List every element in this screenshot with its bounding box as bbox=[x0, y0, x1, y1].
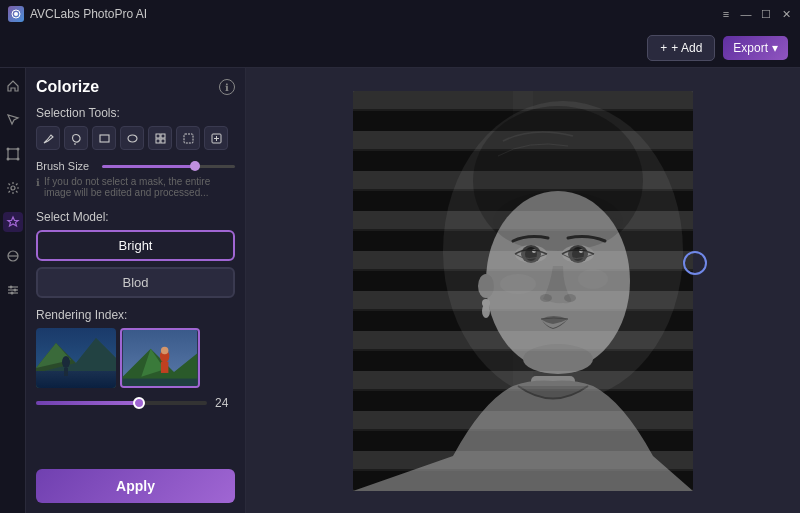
svg-point-1 bbox=[14, 12, 18, 16]
svg-point-32 bbox=[62, 356, 70, 368]
sidebar: Colorize ℹ Selection Tools: bbox=[26, 68, 246, 513]
hint-text: ℹ If you do not select a mask, the entir… bbox=[36, 176, 235, 198]
select-model-label: Select Model: bbox=[36, 210, 235, 224]
sidebar-item-mask[interactable] bbox=[3, 246, 23, 266]
add-button[interactable]: + + Add bbox=[647, 35, 715, 61]
image-container bbox=[353, 91, 693, 491]
sidebar-item-home[interactable] bbox=[3, 76, 23, 96]
tool-ellipse[interactable] bbox=[120, 126, 144, 150]
svg-rect-31 bbox=[36, 371, 116, 388]
svg-rect-38 bbox=[161, 362, 168, 373]
rendering-index-label: Rendering Index: bbox=[36, 308, 235, 322]
apply-button[interactable]: Apply bbox=[36, 469, 235, 503]
add-icon: + bbox=[660, 41, 667, 55]
canvas-area bbox=[246, 68, 800, 513]
svg-rect-68 bbox=[353, 91, 693, 109]
icon-bar bbox=[0, 68, 26, 513]
svg-rect-21 bbox=[156, 139, 160, 143]
main-image bbox=[353, 91, 693, 491]
svg-point-5 bbox=[6, 158, 9, 161]
tool-grid[interactable] bbox=[148, 126, 172, 150]
svg-point-13 bbox=[9, 286, 12, 289]
tool-pen[interactable] bbox=[36, 126, 60, 150]
info-icon[interactable]: ℹ bbox=[219, 79, 235, 95]
rendering-slider-row: 24 bbox=[36, 396, 235, 410]
svg-point-18 bbox=[128, 135, 137, 142]
model-bright-button[interactable]: Bright bbox=[36, 230, 235, 261]
rendering-section: Rendering Index: bbox=[36, 308, 235, 424]
export-button[interactable]: Export ▾ bbox=[723, 36, 788, 60]
svg-rect-76 bbox=[353, 411, 693, 429]
hint-content: If you do not select a mask, the entire … bbox=[44, 176, 235, 198]
info-icon-symbol: ℹ bbox=[225, 82, 229, 93]
titlebar-left: AVCLabs PhotoPro AI bbox=[8, 6, 147, 22]
tool-add[interactable] bbox=[204, 126, 228, 150]
svg-rect-71 bbox=[353, 211, 693, 229]
svg-rect-40 bbox=[123, 379, 198, 386]
rendering-value: 24 bbox=[215, 396, 235, 410]
svg-point-3 bbox=[6, 148, 9, 151]
rendering-fill bbox=[36, 401, 139, 405]
tool-lasso[interactable] bbox=[64, 126, 88, 150]
tool-rect[interactable] bbox=[92, 126, 116, 150]
svg-point-39 bbox=[161, 347, 168, 354]
svg-rect-17 bbox=[100, 135, 109, 142]
svg-point-7 bbox=[11, 186, 15, 190]
preview-thumb-1[interactable] bbox=[36, 328, 116, 388]
svg-rect-2 bbox=[8, 149, 18, 159]
brush-thumb bbox=[190, 161, 200, 171]
maximize-btn[interactable]: ☐ bbox=[760, 8, 772, 20]
titlebar: AVCLabs PhotoPro AI ≡ — ☐ ✕ bbox=[0, 0, 800, 28]
svg-rect-19 bbox=[156, 134, 160, 138]
svg-point-14 bbox=[13, 289, 16, 292]
rendering-thumb bbox=[133, 397, 145, 409]
main-layout: Colorize ℹ Selection Tools: bbox=[0, 68, 800, 513]
svg-rect-69 bbox=[353, 131, 693, 149]
svg-rect-73 bbox=[353, 291, 693, 309]
sidebar-item-adjustments[interactable] bbox=[3, 280, 23, 300]
app-icon bbox=[8, 6, 24, 22]
selection-tools-label: Selection Tools: bbox=[36, 106, 235, 120]
brush-size-row: Brush Size bbox=[36, 160, 235, 172]
svg-rect-74 bbox=[353, 331, 693, 349]
svg-rect-33 bbox=[64, 368, 68, 376]
svg-rect-23 bbox=[184, 134, 193, 143]
app-title: AVCLabs PhotoPro AI bbox=[30, 7, 147, 21]
rendering-track[interactable] bbox=[36, 401, 207, 405]
sidebar-item-effects[interactable] bbox=[3, 212, 23, 232]
svg-point-4 bbox=[16, 148, 19, 151]
sidebar-title: Colorize bbox=[36, 78, 99, 96]
svg-point-15 bbox=[10, 292, 13, 295]
topbar: + + Add Export ▾ bbox=[0, 28, 800, 68]
circle-indicator bbox=[683, 251, 707, 275]
svg-point-6 bbox=[16, 158, 19, 161]
minimize-btn[interactable]: — bbox=[740, 8, 752, 20]
model-bold-button[interactable]: Blod bbox=[36, 267, 235, 298]
sidebar-item-transform[interactable] bbox=[3, 144, 23, 164]
export-chevron-icon: ▾ bbox=[772, 41, 778, 55]
sidebar-header: Colorize ℹ bbox=[36, 78, 235, 96]
sidebar-item-settings[interactable] bbox=[3, 178, 23, 198]
svg-rect-70 bbox=[353, 171, 693, 189]
close-btn[interactable]: ✕ bbox=[780, 8, 792, 20]
preview-thumb-2[interactable] bbox=[120, 328, 200, 388]
export-label: Export bbox=[733, 41, 768, 55]
selection-tools-row bbox=[36, 126, 235, 150]
sidebar-item-select[interactable] bbox=[3, 110, 23, 130]
rendering-previews bbox=[36, 328, 235, 388]
hint-icon: ℹ bbox=[36, 177, 40, 188]
brush-size-slider[interactable] bbox=[102, 165, 235, 168]
svg-rect-20 bbox=[161, 134, 165, 138]
menu-btn[interactable]: ≡ bbox=[720, 8, 732, 20]
svg-rect-75 bbox=[353, 371, 693, 389]
titlebar-controls: ≡ — ☐ ✕ bbox=[720, 8, 792, 20]
svg-rect-22 bbox=[161, 139, 165, 143]
svg-rect-72 bbox=[353, 251, 693, 269]
tool-cursor[interactable] bbox=[176, 126, 200, 150]
svg-rect-77 bbox=[353, 451, 693, 469]
brush-size-label: Brush Size bbox=[36, 160, 96, 172]
add-label: + Add bbox=[671, 41, 702, 55]
